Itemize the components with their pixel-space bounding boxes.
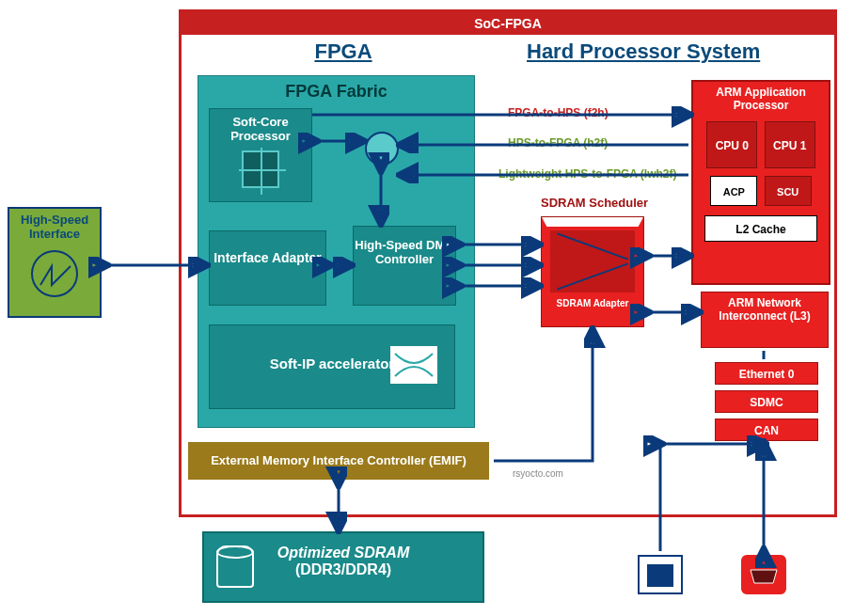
fpga-title: FPGA bbox=[183, 32, 503, 71]
can-box: CAN bbox=[715, 419, 818, 441]
soft-ip-label: Soft-IP accelerator bbox=[270, 355, 394, 371]
dma-label: High-Speed DMA Controller bbox=[355, 238, 453, 266]
l3-label: ARM Network Interconnect (L3) bbox=[719, 296, 810, 323]
cylinder-icon bbox=[216, 545, 254, 588]
switch-icon bbox=[550, 230, 635, 292]
interface-adapter-box: Interface Adapter bbox=[209, 230, 326, 306]
emif-label: External Memory Interface Controller (EM… bbox=[211, 453, 467, 467]
fabric-title: FPGA Fabric bbox=[198, 76, 474, 107]
credit-label: rsyocto.com bbox=[513, 468, 563, 479]
chip-icon bbox=[242, 150, 279, 188]
hps-title: Hard Processor System bbox=[527, 39, 760, 64]
f2h-label: FPGA-to-HPS (f2h) bbox=[508, 106, 609, 119]
cpu0-box: CPU 0 bbox=[706, 121, 757, 168]
dna-icon bbox=[390, 346, 437, 384]
sdram-scheduler-label: SDRAM Scheduler bbox=[541, 196, 648, 210]
lwh2f-label: Lightweight HPS-to-FPGA (lwh2f) bbox=[498, 167, 677, 181]
high-speed-interface-box: High-Speed Interface bbox=[8, 207, 102, 318]
emif-box: External Memory Interface Controller (EM… bbox=[188, 442, 489, 480]
scu-box: SCU bbox=[765, 176, 812, 206]
soft-ip-box: Soft-IP accelerator bbox=[209, 324, 455, 409]
sdram-adapter-label: SDRAM Adapter bbox=[542, 296, 643, 310]
hsi-label: High-Speed Interface bbox=[21, 213, 88, 241]
acp-box: ACP bbox=[710, 176, 757, 206]
soft-core-box: Soft-Core Processor bbox=[209, 108, 312, 202]
interface-adapter-label: Interface Adapter bbox=[214, 250, 322, 265]
bus-node-icon bbox=[365, 132, 399, 166]
l3-interconnect-box: ARM Network Interconnect (L3) bbox=[701, 292, 829, 348]
sdram-ext-title: Optimized SDRAM bbox=[277, 545, 409, 561]
sdmc-box: SDMC bbox=[715, 390, 818, 413]
soft-core-label: Soft-Core Processor bbox=[230, 115, 291, 143]
arm-processor-box: ARM Application Processor CPU 0 CPU 1 AC… bbox=[691, 80, 830, 285]
sdram-ext-sub: (DDR3/DDR4) bbox=[295, 561, 391, 577]
cpu1-box: CPU 1 bbox=[765, 121, 815, 168]
wave-icon bbox=[31, 250, 78, 297]
l2-cache-box: L2 Cache bbox=[704, 215, 817, 242]
dma-box: High-Speed DMA Controller bbox=[353, 226, 456, 306]
ethernet-box: Ethernet 0 bbox=[715, 362, 818, 385]
ethernet-port-icon bbox=[638, 555, 683, 594]
h2f-label: HPS-to-FPGA (h2f) bbox=[508, 136, 608, 150]
arm-title: ARM Application Processor bbox=[697, 86, 825, 112]
sdram-scheduler-box: SDRAM Adapter bbox=[541, 216, 644, 327]
can-port-icon bbox=[741, 555, 786, 594]
